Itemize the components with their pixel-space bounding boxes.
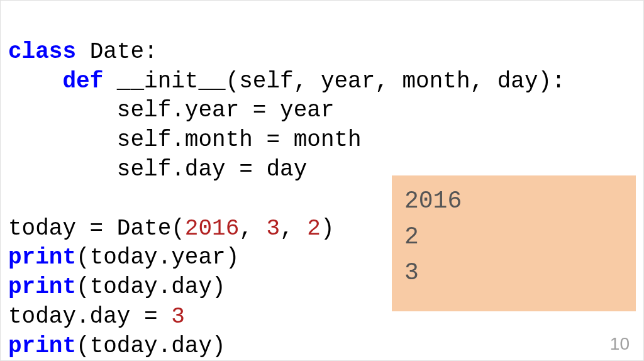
code-text: today = Date( xyxy=(8,216,185,242)
keyword-print: print xyxy=(8,333,76,359)
number-literal: 3 xyxy=(267,216,280,242)
keyword-print: print xyxy=(8,245,76,270)
code-line-10: today.day = 3 xyxy=(8,304,185,330)
code-line-11: print(today.day) xyxy=(8,333,226,359)
code-text: Date: xyxy=(76,39,158,65)
code-line-5: self.day = day xyxy=(8,157,307,182)
page-number: 10 xyxy=(610,334,630,354)
keyword-print: print xyxy=(8,274,76,300)
code-text: (today.day) xyxy=(76,333,226,359)
keyword-class: class xyxy=(8,39,76,65)
code-line-7: today = Date(2016, 3, 2) xyxy=(8,216,335,242)
code-line-1: class Date: xyxy=(8,39,158,65)
indent xyxy=(8,69,62,94)
code-text: (today.day) xyxy=(76,274,226,300)
code-line-9: print(today.day) xyxy=(8,274,226,300)
code-line-2: def __init__(self, year, month, day): xyxy=(8,69,565,94)
number-literal: 2016 xyxy=(185,216,239,242)
output-line-2: 2 xyxy=(404,223,419,250)
output-box: 2016 2 3 xyxy=(392,175,636,311)
code-line-4: self.month = month xyxy=(8,127,362,153)
code-text: __init__(self, year, month, day): xyxy=(103,69,565,94)
output-line-1: 2016 xyxy=(404,187,462,214)
keyword-def: def xyxy=(62,69,103,94)
code-line-8: print(today.year) xyxy=(8,245,239,270)
code-text: ) xyxy=(321,216,335,242)
code-text: today.day = xyxy=(8,304,171,330)
output-line-3: 3 xyxy=(404,259,419,286)
code-line-3: self.year = year xyxy=(8,97,334,123)
code-text: , xyxy=(239,216,266,242)
code-text: , xyxy=(280,216,307,242)
code-text: (today.year) xyxy=(76,245,239,270)
number-literal: 3 xyxy=(171,304,185,330)
number-literal: 2 xyxy=(307,216,321,242)
